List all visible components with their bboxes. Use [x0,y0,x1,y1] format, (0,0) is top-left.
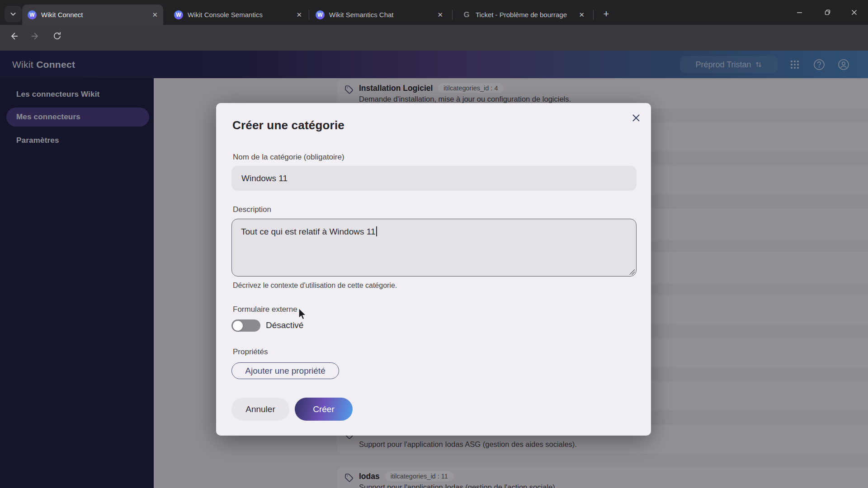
back-button[interactable] [7,31,21,43]
tab-title: Wikit Connect [41,11,147,19]
category-name-input[interactable] [231,166,637,191]
tab-title: Wikit Semantics Chat [329,11,433,19]
window-close-button[interactable] [840,0,868,25]
reload-icon [52,31,62,41]
back-icon [9,31,19,41]
properties-label: Propriétés [233,347,268,357]
toggle-state-label: Désactivé [266,320,303,330]
tab-close-icon[interactable]: ✕ [296,11,302,19]
category-description-textarea[interactable]: Tout ce qui est relatif à Windows 11 [231,219,637,277]
browser-toolbar: connect-preprod.staging.wikit.ai/install… [0,25,868,51]
glpi-favicon: G [462,10,471,19]
tab-close-icon[interactable]: ✕ [579,11,585,19]
create-category-modal: Créer une catégorie Nom de la catégorie … [216,103,651,436]
tab-search-chevron-button[interactable] [5,6,22,22]
description-hint: Décrivez le contexte d'utilisation de ce… [233,282,397,290]
window-restore-button[interactable] [813,0,841,25]
tab-close-icon[interactable]: ✕ [152,11,158,19]
tab-ticket-glpi[interactable]: G Ticket - Problème de bourrage ✕ [457,5,590,25]
description-text: Tout ce qui est relatif à Windows 11 [241,227,375,236]
mouse-cursor [296,307,308,321]
cancel-button[interactable]: Annuler [231,398,289,421]
forward-button[interactable] [28,31,42,43]
wikit-favicon: W [28,10,37,19]
wikit-favicon: W [174,10,183,19]
add-property-button[interactable]: Ajouter une propriété [231,362,339,379]
tab-close-icon[interactable]: ✕ [437,11,443,19]
description-field-label: Description [233,205,271,214]
toggle-knob [233,321,243,331]
chevron-down-icon [10,11,16,17]
tab-wikit-console-semantics[interactable]: W Wikit Console Semantics ✕ [169,5,307,25]
modal-title: Créer une catégorie [232,118,344,132]
minimize-icon [797,9,802,15]
external-form-label: Formulaire externe [233,305,297,314]
modal-close-button[interactable] [631,113,641,123]
external-form-toggle[interactable] [231,319,260,332]
tab-separator [452,10,453,20]
tab-separator [593,10,594,20]
screen: W Wikit Connect ✕ W Wikit Console Semant… [0,0,868,488]
tab-wikit-semantics-chat[interactable]: W Wikit Semantics Chat ✕ [310,5,448,25]
close-icon [851,9,857,15]
window-minimize-button[interactable] [785,0,813,25]
name-field-label: Nom de la catégorie (obligatoire) [233,153,344,162]
tab-wikit-connect[interactable]: W Wikit Connect ✕ [22,5,163,25]
forward-icon [30,31,40,41]
text-caret [376,226,377,236]
browser-tab-strip: W Wikit Connect ✕ W Wikit Console Semant… [0,0,868,25]
reload-button[interactable] [50,31,64,43]
tab-separator [309,10,309,20]
tab-title: Wikit Console Semantics [188,11,292,19]
wikit-favicon: W [316,10,325,19]
tab-title: Ticket - Problème de bourrage [476,11,574,19]
textarea-resize-handle[interactable] [629,269,635,275]
create-button[interactable]: Créer [295,398,353,421]
new-tab-button[interactable]: + [599,7,613,21]
restore-icon [825,9,830,15]
